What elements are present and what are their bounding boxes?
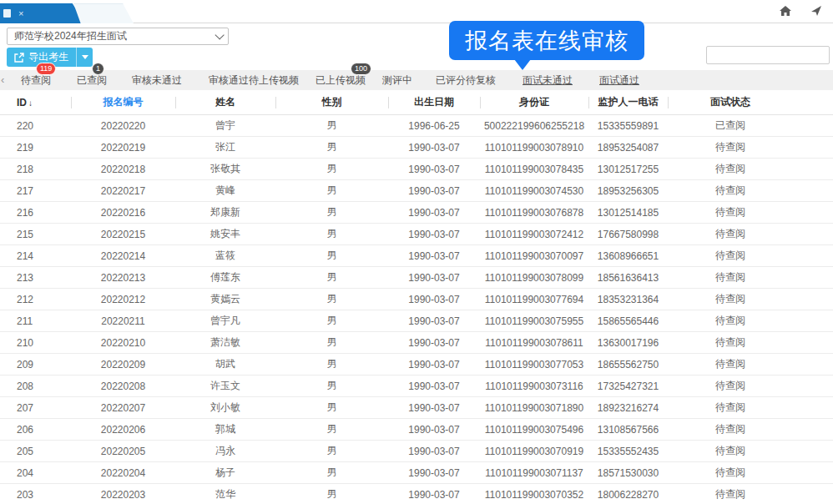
table-cell: 1990-03-07: [388, 250, 480, 262]
table-cell: 待查阅: [668, 270, 793, 285]
table-cell: 13012517255: [588, 164, 668, 175]
table-cell: 110101199003075496: [480, 424, 588, 436]
table-cell: 男: [275, 249, 388, 263]
status-tab[interactable]: 审核通过待上传视频: [209, 70, 299, 90]
status-tab[interactable]: 待查阅119: [21, 70, 51, 90]
table-cell: 20220216: [71, 207, 175, 219]
table-cell: 许玉文: [175, 379, 275, 393]
scroll-left-icon[interactable]: ‹: [1, 73, 4, 86]
table-row[interactable]: 21020220210萧洁敏男1990-03-07110101199003078…: [0, 332, 833, 354]
status-tab[interactable]: 已评分待复核: [436, 70, 496, 90]
table-row[interactable]: 21120220211曾宇凡男1990-03-07110101199003075…: [0, 310, 833, 332]
table-cell: 20220207: [71, 402, 175, 414]
table-row[interactable]: 20920220209胡武男1990-03-071101011990030770…: [0, 354, 833, 375]
tooltip-arrow-icon: [514, 59, 531, 70]
count-badge: 119: [36, 63, 56, 75]
table-cell: 216: [0, 207, 71, 219]
table-row[interactable]: 21620220216郑康新男1990-03-07110101199003076…: [0, 202, 833, 224]
table-row[interactable]: 21520220215姚安丰男1990-03-07110101199003072…: [0, 224, 833, 245]
table-row[interactable]: 21920220219张江男1990-03-071101011990030789…: [0, 137, 833, 159]
table-cell: 110101199003077694: [480, 294, 588, 305]
table-row[interactable]: 21820220218张敬其男1990-03-07110101199003078…: [0, 159, 833, 180]
table-cell: 215: [0, 229, 71, 240]
table-row[interactable]: 21720220217黄峰男1990-03-071101011990030745…: [0, 180, 833, 202]
status-tab[interactable]: 已上传视频100: [316, 70, 366, 90]
session-select[interactable]: 师范学校2024年招生面试: [7, 28, 229, 45]
export-dropdown-caret[interactable]: [76, 48, 93, 67]
column-header[interactable]: ID↓: [0, 97, 71, 108]
table-cell: 男: [275, 314, 388, 328]
table-cell: 110101199003078435: [480, 164, 588, 175]
table-cell: 郑康新: [175, 205, 275, 219]
table-cell: 20220213: [71, 272, 175, 284]
table-cell: 1990-03-07: [388, 359, 480, 370]
table-cell: 20220204: [71, 467, 175, 479]
inactive-browser-tab[interactable]: [73, 3, 134, 23]
column-header[interactable]: 姓名: [175, 95, 275, 109]
table-cell: 20220215: [71, 229, 175, 240]
column-header[interactable]: 出生日期: [388, 95, 480, 109]
table-row[interactable]: 20820220208许玉文男1990-03-07110101199003073…: [0, 375, 833, 397]
table-row[interactable]: 20520220205冯永男1990-03-071101011990030709…: [0, 441, 833, 462]
table-cell: 张江: [175, 140, 275, 154]
table-cell: 待查阅: [668, 444, 793, 458]
column-header[interactable]: 面试状态: [668, 95, 793, 109]
table-cell: 待查阅: [668, 227, 793, 241]
table-row[interactable]: 20420220204杨子男1990-03-071101011990030711…: [0, 462, 833, 484]
table-cell: 210: [0, 337, 71, 349]
table-cell: 15865565446: [588, 315, 668, 327]
table-cell: 206: [0, 424, 71, 436]
table-cell: 1990-03-07: [388, 489, 480, 501]
table-cell: 1990-03-07: [388, 402, 480, 414]
column-header[interactable]: 报名编号: [71, 95, 175, 109]
candidates-table: ID↓报名编号姓名性别出生日期身份证监护人一电话面试状态 22020220220…: [0, 90, 833, 504]
table-row[interactable]: 20320220203范华男1990-03-071101011990030703…: [0, 484, 833, 504]
table-row[interactable]: 21220220212黄嫣云男1990-03-07110101199003077…: [0, 289, 833, 310]
table-cell: 110101199003073116: [480, 381, 588, 392]
table-row[interactable]: 21420220214蓝筱男1990-03-071101011990030700…: [0, 245, 833, 267]
table-cell: 男: [275, 466, 388, 480]
table-cell: 男: [275, 270, 388, 285]
status-tab[interactable]: 面试未通过: [523, 70, 573, 90]
table-cell: 已查阅: [668, 118, 793, 133]
table-cell: 1990-03-07: [388, 229, 480, 240]
table-row[interactable]: 21320220213傅莲东男1990-03-07110101199003078…: [0, 267, 833, 289]
table-cell: 杨子: [175, 466, 275, 480]
table-cell: 男: [275, 335, 388, 350]
status-tab[interactable]: 审核未通过: [132, 70, 182, 90]
table-cell: 110101199003075955: [480, 315, 588, 327]
table-cell: 20220219: [71, 142, 175, 154]
active-browser-tab[interactable]: ×: [0, 3, 85, 23]
table-cell: 20220220: [71, 120, 175, 132]
table-cell: 待查阅: [668, 357, 793, 371]
table-cell: 曾宇凡: [175, 314, 275, 328]
table-cell: 1990-03-07: [388, 294, 480, 305]
search-input[interactable]: [706, 46, 830, 64]
table-cell: 黄峰: [175, 184, 275, 198]
status-tab[interactable]: 已查阅1: [77, 70, 107, 90]
table-cell: 217: [0, 185, 71, 197]
home-icon[interactable]: [780, 6, 791, 16]
table-cell: 13108567566: [588, 424, 668, 436]
column-header[interactable]: 性别: [275, 95, 388, 109]
table-cell: 110101199003070097: [480, 250, 588, 262]
table-row[interactable]: 20720220207刘小敏男1990-03-07110101199003071…: [0, 397, 833, 419]
table-cell: 18561636413: [588, 272, 668, 284]
table-row[interactable]: 22020220220曾宇男1996-06-255002221996062552…: [0, 115, 833, 137]
status-tab[interactable]: 面试通过: [599, 70, 639, 90]
table-cell: 110101199003078910: [480, 142, 588, 154]
table-cell: 曾宇: [175, 118, 275, 133]
table-cell: 1996-06-25: [388, 120, 480, 132]
table-cell: 男: [275, 140, 388, 154]
send-icon[interactable]: [811, 6, 821, 16]
table-row[interactable]: 20620220206郭城男1990-03-071101011990030754…: [0, 419, 833, 441]
close-icon[interactable]: ×: [18, 9, 23, 18]
table-cell: 219: [0, 142, 71, 154]
table-cell: 110101199003070352: [480, 489, 588, 501]
status-tab[interactable]: 测评中: [382, 70, 412, 90]
table-cell: 20220209: [71, 359, 175, 370]
column-header[interactable]: 身份证: [480, 95, 588, 109]
table-cell: 1990-03-07: [388, 467, 480, 479]
column-header[interactable]: 监护人一电话: [588, 95, 668, 109]
count-badge: 1: [92, 63, 104, 75]
